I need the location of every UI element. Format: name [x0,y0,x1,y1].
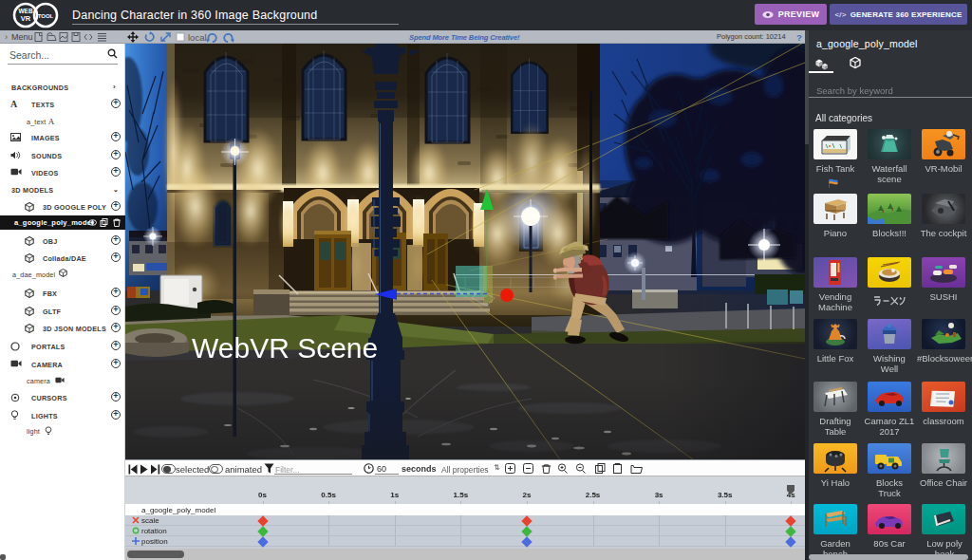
svg-text:local: local [188,32,207,43]
svg-text:WEB: WEB [18,8,32,14]
svg-text:WebVR Scene: WebVR Scene [192,332,378,364]
svg-text:VR: VR [21,14,31,23]
svg-text:TOOL: TOOL [38,13,54,19]
